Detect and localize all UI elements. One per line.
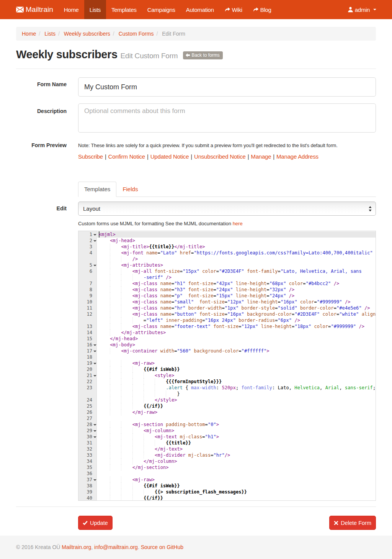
fold-arrow-icon[interactable] xyxy=(93,265,96,266)
form-name-input[interactable] xyxy=(78,77,376,97)
mjml-docs-link[interactable]: here xyxy=(233,221,243,226)
code-token: > xyxy=(216,434,219,439)
fold-arrow-icon[interactable] xyxy=(93,234,96,236)
code-token: "left" xyxy=(146,318,163,323)
select-value: Layout xyxy=(83,205,100,212)
fold-arrow-icon[interactable] xyxy=(93,424,96,426)
code-token: name xyxy=(160,311,172,317)
line-number: 18 xyxy=(78,354,97,360)
line-number: 34 xyxy=(78,458,97,464)
code-token: {{#if isWeb}} xyxy=(144,483,180,489)
code-line: 3 <mj-title>{{title}}</mj-title> xyxy=(78,244,376,250)
footer-link-email[interactable]: info@mailtrain.org xyxy=(94,544,138,550)
code-token xyxy=(99,410,132,415)
code-line: 19 <mj-raw> xyxy=(78,360,376,366)
code-token: "42px" xyxy=(216,281,233,286)
breadcrumb-lists[interactable]: Lists xyxy=(44,31,56,37)
tab-fields[interactable]: Fields xyxy=(116,182,144,197)
fold-arrow-icon[interactable] xyxy=(93,436,96,438)
footer-text: , xyxy=(91,544,94,550)
user-menu[interactable]: admin xyxy=(343,0,382,19)
code-token: "#999999" xyxy=(317,299,342,305)
delete-form-button[interactable]: Delete Form xyxy=(329,516,376,530)
code-line: 13 <mj-class name="footer-text" font-siz… xyxy=(78,323,376,329)
nav-item-home[interactable]: Home xyxy=(59,0,84,19)
code-token: mj-class xyxy=(180,434,202,439)
preview-link-confirm-notice[interactable]: Confirm Notice xyxy=(108,153,145,160)
code-token: "Lato, Helvetica, Arial, sans xyxy=(281,269,362,274)
footer-link-mailtrain[interactable]: Mailtrain.org xyxy=(62,544,91,550)
code-token xyxy=(331,281,333,286)
code-token: sans-serif xyxy=(345,385,373,390)
code-token: line-height xyxy=(236,293,266,298)
preview-link-manage[interactable]: Manage xyxy=(251,153,271,160)
nav-item-label: Lists xyxy=(90,7,101,13)
nav-item-blog[interactable]: Blog xyxy=(248,0,277,19)
nav-item-automation[interactable]: Automation xyxy=(181,0,219,19)
code-token: name xyxy=(160,305,172,311)
nav-item-campaigns[interactable]: Campaigns xyxy=(142,0,181,19)
code-token: "button" xyxy=(174,311,196,317)
footer: © 2016 Kreata OÜ Mailtrain.org, info@mai… xyxy=(0,536,392,559)
code-line: 25 {{/if}} xyxy=(78,403,376,409)
breadcrumb: Home/ Lists/ Weekly subscribers/ Custom … xyxy=(16,27,376,41)
code-token: "24px" xyxy=(270,293,286,298)
code-token: "16px" xyxy=(281,299,297,305)
code-token xyxy=(177,250,180,256)
code-line: 9 <mj-class name="p" font-size="15px" li… xyxy=(78,293,376,299)
code-token: , xyxy=(339,385,345,390)
code-token: "h1" xyxy=(205,434,216,439)
breadcrumb-custom-forms[interactable]: Custom Forms xyxy=(119,31,154,37)
code-token xyxy=(99,422,132,427)
code-token: "small" xyxy=(174,299,194,305)
fold-arrow-icon[interactable] xyxy=(93,240,96,242)
code-line: 2 <mj-head> xyxy=(78,238,376,244)
code-token: name xyxy=(160,281,172,286)
fold-arrow-icon[interactable] xyxy=(93,430,96,432)
back-to-forms-button[interactable]: Back to forms xyxy=(183,51,222,59)
line-number: 35 xyxy=(78,464,97,470)
code-token: "16px" xyxy=(227,311,244,317)
preview-link-unsubscribed-notice[interactable]: Unsubscribed Notice xyxy=(194,153,246,160)
nav-item-wiki[interactable]: Wiki xyxy=(219,0,248,19)
preview-link-updated-notice[interactable]: Updated Notice xyxy=(150,153,189,160)
footer-link-source[interactable]: Source on GitHub xyxy=(141,544,183,550)
tab-templates[interactable]: Templates xyxy=(78,182,116,197)
fold-arrow-icon[interactable] xyxy=(93,375,96,377)
nav-item-lists[interactable]: Lists xyxy=(84,0,106,19)
share-icon xyxy=(253,7,258,12)
code-line: 34 </mj-column> xyxy=(78,458,376,464)
code-token: <mj-class xyxy=(132,293,158,298)
code-token xyxy=(157,299,160,305)
code-token: {{#if isWeb}} xyxy=(144,367,180,372)
code-token: <mj-section xyxy=(132,422,163,427)
code-token xyxy=(286,293,289,298)
fold-arrow-icon[interactable] xyxy=(93,479,96,481)
update-button[interactable]: Update xyxy=(78,516,113,530)
tab-label[interactable]: Templates xyxy=(78,182,116,197)
tab-label[interactable]: Fields xyxy=(116,182,144,197)
description-textarea[interactable] xyxy=(78,103,376,133)
breadcrumb-list-name[interactable]: Weekly subscribers xyxy=(64,31,110,37)
code-token: "hr" xyxy=(214,452,225,458)
fold-arrow-icon[interactable] xyxy=(93,363,96,364)
line-number: 27 xyxy=(78,415,97,421)
code-token: name xyxy=(160,299,172,305)
code-token: Helvetica xyxy=(294,385,320,390)
fold-arrow-icon[interactable] xyxy=(93,351,96,352)
nav-item-templates[interactable]: Templates xyxy=(106,0,142,19)
line-number: 33 xyxy=(78,452,97,458)
code-token: {{title}} xyxy=(149,244,174,249)
code-token: } xyxy=(99,391,180,397)
breadcrumb-home[interactable]: Home xyxy=(22,31,36,37)
arrow-left-icon xyxy=(186,53,190,57)
nav-item-label: Campaigns xyxy=(147,7,175,13)
edit-template-select[interactable]: Layout xyxy=(78,202,376,216)
code-token: "12px" xyxy=(227,299,244,305)
preview-link-subscribe[interactable]: Subscribe xyxy=(78,153,103,160)
fold-arrow-icon[interactable] xyxy=(93,344,96,346)
code-token: = xyxy=(214,293,216,298)
code-editor[interactable]: 1<mjml>2 <mj-head>3 <mj-title>{{title}}<… xyxy=(78,231,376,501)
preview-link-manage-address[interactable]: Manage Address xyxy=(276,153,318,160)
brand[interactable]: Mailtrain xyxy=(16,0,59,19)
